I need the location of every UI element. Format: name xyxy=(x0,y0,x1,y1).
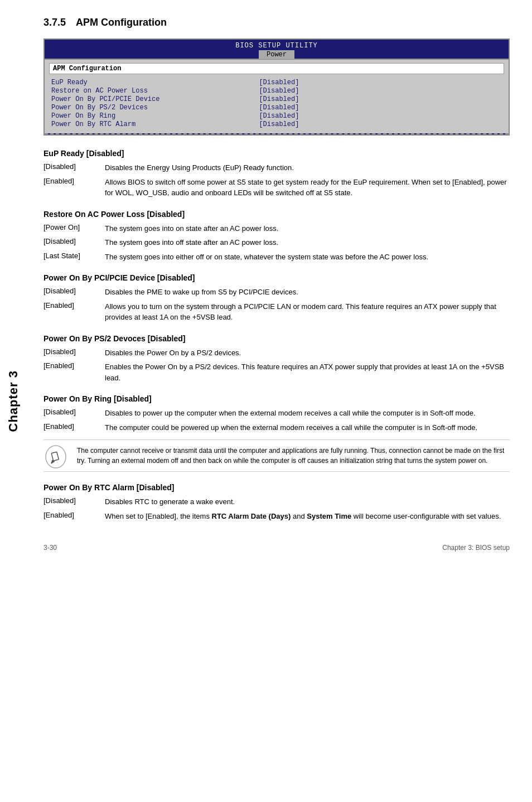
def-row: [Disabled] Disables the PME to wake up f… xyxy=(43,287,510,298)
bios-item-value-5: [Disabled] xyxy=(259,120,299,128)
bios-item-value-2: [Disabled] xyxy=(259,95,299,103)
def-term: [Disabled] xyxy=(43,162,105,171)
bios-table: BIOS SETUP UTILITY Power APM Configurati… xyxy=(43,38,510,136)
bios-item-value-0: [Disabled] xyxy=(259,79,299,86)
subsection-ps2: Power On By PS/2 Devoces [Disabled] [Dis… xyxy=(43,334,510,384)
def-row: [Disabled] Disables the Power On by a PS… xyxy=(43,347,510,359)
note-box: The computer cannot receive or transmit … xyxy=(43,439,510,472)
def-desc: Allows you to turn on the system through… xyxy=(105,301,510,323)
bios-item-label-5: Power On By RTC Alarm xyxy=(51,120,136,128)
def-term: [Power On] xyxy=(43,223,105,231)
def-row: [Enabled] When set to [Enabled], the ite… xyxy=(43,511,510,522)
bios-footer xyxy=(45,133,509,134)
bios-item-row: EuP Ready [Disabled] xyxy=(51,79,299,86)
bios-item-value-3: [Disabled] xyxy=(259,104,299,112)
bios-item-row: Power On By Ring [Disabled] xyxy=(51,112,299,120)
subsection-title-eup: EuP Ready [Disabled] xyxy=(43,149,510,158)
bios-tab[interactable]: Power xyxy=(259,50,294,59)
def-desc: The system goes into either off or on st… xyxy=(105,252,510,263)
sidebar-label: Chapter 3 xyxy=(6,370,21,432)
subsection-ring: Power On By Ring [Disabled] [Disabled] D… xyxy=(43,394,510,472)
def-row: [Disabled] Disables RTC to generate a wa… xyxy=(43,496,510,508)
subsection-title-ring: Power On By Ring [Disabled] xyxy=(43,394,510,403)
main-content: 3.7.5APM Configuration BIOS SETUP UTILIT… xyxy=(27,0,532,802)
def-row: [Power On] The system goes into on state… xyxy=(43,223,510,234)
def-row: [Disabled] Disables the Energy Using Pro… xyxy=(43,162,510,173)
def-desc: Disables RTC to generate a wake event. xyxy=(105,496,510,508)
bios-item-label-0: EuP Ready xyxy=(51,79,88,86)
def-list-ac: [Power On] The system goes into on state… xyxy=(43,223,510,263)
bios-header: BIOS SETUP UTILITY xyxy=(45,40,509,51)
def-term: [Disabled] xyxy=(43,237,105,245)
bios-items: EuP Ready [Disabled] Restore on AC Power… xyxy=(49,78,504,130)
def-desc: Disables the Power On by a PS/2 devices. xyxy=(105,347,510,359)
def-term: [Enabled] xyxy=(43,511,105,519)
def-list-eup: [Disabled] Disables the Energy Using Pro… xyxy=(43,162,510,199)
bios-tab-row: Power xyxy=(45,51,509,59)
subsection-title-rtc: Power On By RTC Alarm [Disabled] xyxy=(43,483,510,492)
def-desc: The computer could be powered up when th… xyxy=(105,422,510,433)
bios-item-label-4: Power On By Ring xyxy=(51,112,115,120)
subsection-rtc: Power On By RTC Alarm [Disabled] [Disabl… xyxy=(43,483,510,521)
def-desc: The system goes into off state after an … xyxy=(105,237,510,248)
svg-point-0 xyxy=(46,446,66,468)
def-desc: Disables to power up the computer when t… xyxy=(105,408,510,419)
rtc-desc-bold2: System Time xyxy=(307,512,351,520)
def-term: [Enabled] xyxy=(43,361,105,370)
page-container: Chapter 3 3.7.5APM Configuration BIOS SE… xyxy=(0,0,532,802)
def-desc: Disables the Energy Using Products (EuP)… xyxy=(105,162,510,173)
subsection-title-ac: Restore On AC Power Loss [Disabled] xyxy=(43,210,510,219)
def-row: [Enabled] Allows you to turn on the syst… xyxy=(43,301,510,323)
def-term: [Disabled] xyxy=(43,408,105,416)
subsection-title-ps2: Power On By PS/2 Devoces [Disabled] xyxy=(43,334,510,343)
bios-menu-title: APM Configuration xyxy=(49,63,504,74)
def-term: [Enabled] xyxy=(43,422,105,431)
def-term: [Disabled] xyxy=(43,287,105,295)
page-footer: 3-30 Chapter 3: BIOS setup xyxy=(43,544,510,552)
section-number: 3.7.5 xyxy=(43,17,66,28)
def-term: [Enabled] xyxy=(43,301,105,310)
subsection-eup-ready: EuP Ready [Disabled] [Disabled] Disables… xyxy=(43,149,510,199)
def-list-ps2: [Disabled] Disables the Power On by a PS… xyxy=(43,347,510,384)
bios-item-value-1: [Disabled] xyxy=(259,87,299,95)
def-row: [Disabled] Disables to power up the comp… xyxy=(43,408,510,419)
note-text: The computer cannot receive or transmit … xyxy=(77,446,510,466)
bios-item-row: Power On By PS/2 Devices [Disabled] xyxy=(51,104,299,112)
svg-rect-2 xyxy=(51,452,59,461)
section-title: 3.7.5APM Configuration xyxy=(43,17,510,28)
def-row: [Enabled] Enables the Power On by a PS/2… xyxy=(43,361,510,383)
bios-item-label-2: Power On By PCI/PCIE Device xyxy=(51,95,159,103)
rtc-desc-prefix: When set to [Enabled], the items xyxy=(105,512,212,520)
def-row: [Enabled] The computer could be powered … xyxy=(43,422,510,433)
bios-item-row: Restore on AC Power Loss [Disabled] xyxy=(51,87,299,95)
def-term: [Enabled] xyxy=(43,177,105,185)
def-term: [Disabled] xyxy=(43,496,105,505)
footer-chapter: Chapter 3: BIOS setup xyxy=(442,544,510,552)
rtc-desc-mid: and xyxy=(291,512,307,520)
section-heading: APM Configuration xyxy=(76,17,167,28)
rtc-desc-bold1: RTC Alarm Date (Days) xyxy=(212,512,291,520)
def-desc: Enables the Power On by a PS/2 devices. … xyxy=(105,361,510,383)
def-list-ring: [Disabled] Disables to power up the comp… xyxy=(43,408,510,433)
bios-item-row: Power On By RTC Alarm [Disabled] xyxy=(51,120,299,128)
bios-item-label-1: Restore on AC Power Loss xyxy=(51,87,148,95)
def-desc: Allows BIOS to switch off some power at … xyxy=(105,177,510,199)
subsection-title-pci: Power On By PCI/PCIE Device [Disabled] xyxy=(43,273,510,282)
bios-item-value-4: [Disabled] xyxy=(259,112,299,120)
footer-page-number: 3-30 xyxy=(43,544,57,552)
subsection-restore-ac: Restore On AC Power Loss [Disabled] [Pow… xyxy=(43,210,510,263)
def-row: [Enabled] Allows BIOS to switch off some… xyxy=(43,177,510,199)
def-desc: Disables the PME to wake up from S5 by P… xyxy=(105,287,510,298)
def-list-pci: [Disabled] Disables the PME to wake up f… xyxy=(43,287,510,323)
bios-item-label-3: Power On By PS/2 Devices xyxy=(51,104,148,112)
def-list-rtc: [Disabled] Disables RTC to generate a wa… xyxy=(43,496,510,521)
bios-body: APM Configuration EuP Ready [Disabled] R… xyxy=(45,59,509,133)
def-desc: The system goes into on state after an A… xyxy=(105,223,510,234)
def-term: [Last State] xyxy=(43,252,105,260)
bios-item-row: Power On By PCI/PCIE Device [Disabled] xyxy=(51,95,299,103)
def-desc-rtc-enabled: When set to [Enabled], the items RTC Ala… xyxy=(105,511,510,522)
subsection-pci: Power On By PCI/PCIE Device [Disabled] [… xyxy=(43,273,510,323)
def-term: [Disabled] xyxy=(43,347,105,356)
rtc-desc-suffix: will become user-configurable with set v… xyxy=(351,512,501,520)
note-icon xyxy=(43,445,68,469)
